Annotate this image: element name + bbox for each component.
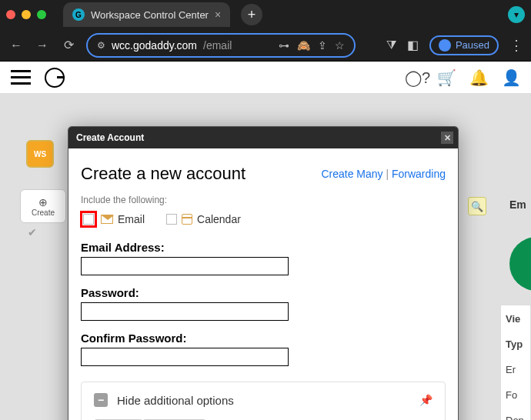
email-address-label: Email Address: xyxy=(81,241,446,254)
extensions-icon[interactable]: ⧩ xyxy=(386,38,396,52)
browser-menu-icon[interactable]: ⋮ xyxy=(509,37,523,54)
include-calendar-checkbox[interactable] xyxy=(166,214,177,225)
modal-titlebar: Create Account ✕ xyxy=(68,127,458,148)
paused-label: Paused xyxy=(456,39,489,51)
modal-close-button[interactable]: ✕ xyxy=(441,132,453,144)
envelope-icon xyxy=(101,215,113,224)
right-panel-title: Em xyxy=(509,198,526,211)
email-checkbox-highlight xyxy=(81,212,96,227)
email-address-input[interactable] xyxy=(81,257,289,275)
browser-toolbar: ← → ⟳ ⚙ wcc.godaddy.com/email ⊶ 🙈 ⇪ ☆ ⧩ … xyxy=(0,29,531,62)
plan-badge-icon xyxy=(509,237,531,291)
modal-heading: Create a new account xyxy=(81,164,245,184)
sidepanel-icon[interactable]: ◧ xyxy=(407,38,419,52)
search-button[interactable]: 🔍 xyxy=(468,197,486,215)
create-label: Create xyxy=(32,208,55,217)
select-all-checkmark-icon[interactable]: ✔ xyxy=(28,226,37,238)
key-icon[interactable]: ⊶ xyxy=(279,39,289,52)
tab-close-icon[interactable]: × xyxy=(215,8,221,21)
tab-favicon-icon: G xyxy=(72,8,85,21)
password-input[interactable] xyxy=(81,302,289,321)
tabs-dropdown-icon[interactable]: ▾ xyxy=(508,6,525,23)
rp-er: Er xyxy=(506,364,526,375)
window-minimize-icon[interactable] xyxy=(22,10,31,19)
collapse-icon[interactable]: − xyxy=(94,393,108,407)
address-bar[interactable]: ⚙ wcc.godaddy.com/email ⊶ 🙈 ⇪ ☆ xyxy=(86,33,356,58)
workspace-chip-icon: WS xyxy=(26,140,54,168)
cart-icon[interactable]: 🛒 xyxy=(437,68,456,87)
help-icon[interactable]: ◯? xyxy=(405,68,423,87)
profile-paused-button[interactable]: Paused xyxy=(429,35,499,55)
site-header: ◯? 🛒 🔔 👤 xyxy=(0,62,531,94)
bell-icon[interactable]: 🔔 xyxy=(469,68,488,87)
link-forwarding[interactable]: Forwarding xyxy=(392,168,446,180)
profile-avatar-icon xyxy=(439,39,451,52)
rp-vie: Vie xyxy=(506,313,526,325)
url-host: wcc.godaddy.com xyxy=(112,39,197,52)
new-tab-button[interactable]: + xyxy=(241,4,262,25)
rp-don: Don xyxy=(506,415,526,420)
include-email-label: Email xyxy=(118,213,145,225)
godaddy-logo-icon[interactable] xyxy=(45,68,65,88)
modal-title: Create Account xyxy=(76,132,144,143)
menu-icon[interactable] xyxy=(11,70,31,85)
include-email-checkbox[interactable] xyxy=(83,214,94,225)
reload-button[interactable]: ⟳ xyxy=(60,38,77,52)
confirm-password-label: Confirm Password: xyxy=(81,332,446,345)
additional-options: − Hide additional options 📌 Email Calend… xyxy=(81,382,446,420)
pin-icon[interactable]: 📌 xyxy=(419,394,432,406)
rp-typ: Typ xyxy=(506,338,526,350)
star-icon[interactable]: ☆ xyxy=(335,39,345,52)
right-panel: Vie Typ Er Fo Don xyxy=(500,305,531,420)
account-icon[interactable]: 👤 xyxy=(502,68,520,87)
include-options: Email Calendar xyxy=(81,212,446,227)
include-calendar-label: Calendar xyxy=(197,213,241,225)
forward-button[interactable]: → xyxy=(34,38,51,52)
rp-fo: Fo xyxy=(506,389,526,401)
create-button[interactable]: ⊕ Create xyxy=(20,189,66,223)
confirm-password-input[interactable] xyxy=(81,348,289,366)
tab-title: Workspace Control Center xyxy=(91,9,209,21)
browser-tab[interactable]: G Workspace Control Center × xyxy=(63,2,230,27)
toolbar-right: ⧩ ◧ Paused ⋮ xyxy=(386,35,523,55)
back-button[interactable]: ← xyxy=(8,38,25,52)
create-account-modal: Create Account ✕ Create a new account Cr… xyxy=(68,126,459,420)
link-create-many[interactable]: Create Many xyxy=(321,168,382,180)
page: ◯? 🛒 🔔 👤 WS ⊕ Create ✔ 🔍 Em Vie Typ Er F… xyxy=(0,62,531,420)
window-zoom-icon[interactable] xyxy=(37,10,46,19)
eye-off-icon[interactable]: 🙈 xyxy=(297,39,310,52)
url-path: /email xyxy=(203,39,232,52)
modal-body: Create a new account Create Many | Forwa… xyxy=(68,148,458,420)
modal-backdrop: WS ⊕ Create ✔ 🔍 Em Vie Typ Er Fo Don Cre… xyxy=(0,94,531,420)
options-toggle-label[interactable]: Hide additional options xyxy=(117,394,234,407)
password-label: Password: xyxy=(81,286,446,299)
include-label: Include the following: xyxy=(81,195,446,205)
url-actions: ⊶ 🙈 ⇪ ☆ xyxy=(279,39,345,52)
modal-top-links: Create Many | Forwarding xyxy=(321,168,446,180)
window-close-icon[interactable] xyxy=(6,10,15,19)
window-titlebar: G Workspace Control Center × + ▾ xyxy=(0,0,531,29)
site-settings-icon[interactable]: ⚙ xyxy=(97,40,105,51)
calendar-icon xyxy=(182,214,192,225)
traffic-lights xyxy=(6,10,46,19)
share-icon[interactable]: ⇪ xyxy=(318,39,327,52)
